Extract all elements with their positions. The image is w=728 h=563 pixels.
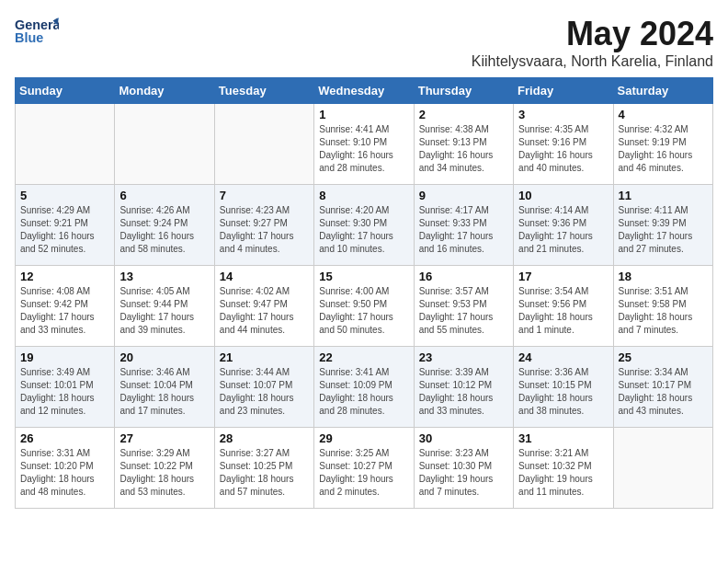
calendar-day-11: 11Sunrise: 4:11 AMSunset: 9:39 PMDayligh… [613,185,712,266]
day-info: Sunrise: 3:39 AMSunset: 10:12 PMDaylight… [419,366,508,418]
date-number: 10 [518,189,608,202]
calendar-week-3: 12Sunrise: 4:08 AMSunset: 9:42 PMDayligh… [16,266,713,347]
date-number: 26 [20,431,109,445]
calendar-day-4: 4Sunrise: 4:32 AMSunset: 9:19 PMDaylight… [613,104,712,185]
date-number: 6 [119,189,209,202]
calendar-day-1: 1Sunrise: 4:41 AMSunset: 9:10 PMDaylight… [314,104,414,185]
day-info: Sunrise: 3:54 AMSunset: 9:56 PMDaylight:… [518,285,608,337]
calendar-week-2: 5Sunrise: 4:29 AMSunset: 9:21 PMDaylight… [16,185,713,266]
svg-text:Blue: Blue [15,30,43,45]
day-info: Sunrise: 3:29 AMSunset: 10:22 PMDaylight… [119,447,209,499]
calendar-day-3: 3Sunrise: 4:35 AMSunset: 9:16 PMDaylight… [514,104,613,185]
calendar-day-22: 22Sunrise: 3:41 AMSunset: 10:09 PMDaylig… [314,347,414,428]
logo-icon: General Blue [15,15,59,48]
day-info: Sunrise: 3:46 AMSunset: 10:04 PMDaylight… [119,366,209,418]
day-info: Sunrise: 3:25 AMSunset: 10:27 PMDaylight… [319,447,408,499]
day-info: Sunrise: 3:31 AMSunset: 10:20 PMDaylight… [20,447,109,499]
calendar-day-7: 7Sunrise: 4:23 AMSunset: 9:27 PMDaylight… [214,185,313,266]
day-header-friday: Friday [514,78,613,104]
day-info: Sunrise: 4:23 AMSunset: 9:27 PMDaylight:… [220,204,309,256]
svg-text:General: General [15,17,59,32]
calendar-day-31: 31Sunrise: 3:21 AMSunset: 10:32 PMDaylig… [514,428,613,509]
date-number: 22 [319,350,408,364]
day-info: Sunrise: 4:32 AMSunset: 9:19 PMDaylight:… [619,123,708,175]
day-info: Sunrise: 3:34 AMSunset: 10:17 PMDaylight… [619,366,708,418]
calendar-day-29: 29Sunrise: 3:25 AMSunset: 10:27 PMDaylig… [314,428,414,509]
calendar-day-5: 5Sunrise: 4:29 AMSunset: 9:21 PMDaylight… [16,185,115,266]
day-info: Sunrise: 3:49 AMSunset: 10:01 PMDaylight… [20,366,109,418]
logo: General Blue [15,15,59,48]
day-header-sunday: Sunday [16,78,115,104]
calendar-empty-cell [613,428,712,509]
calendar-day-6: 6Sunrise: 4:26 AMSunset: 9:24 PMDaylight… [115,185,214,266]
day-info: Sunrise: 4:02 AMSunset: 9:47 PMDaylight:… [220,285,309,337]
calendar-table: SundayMondayTuesdayWednesdayThursdayFrid… [15,77,713,509]
date-number: 14 [220,270,309,283]
calendar-day-13: 13Sunrise: 4:05 AMSunset: 9:44 PMDayligh… [115,266,214,347]
day-info: Sunrise: 4:35 AMSunset: 9:16 PMDaylight:… [518,123,608,175]
main-title: May 2024 [472,15,713,53]
day-info: Sunrise: 4:08 AMSunset: 9:42 PMDaylight:… [20,285,109,337]
day-info: Sunrise: 3:57 AMSunset: 9:53 PMDaylight:… [419,285,508,337]
calendar-day-16: 16Sunrise: 3:57 AMSunset: 9:53 PMDayligh… [414,266,513,347]
day-info: Sunrise: 4:38 AMSunset: 9:13 PMDaylight:… [419,123,508,175]
calendar-empty-cell [16,104,115,185]
date-number: 4 [619,108,708,121]
day-info: Sunrise: 4:20 AMSunset: 9:30 PMDaylight:… [319,204,408,256]
calendar-day-20: 20Sunrise: 3:46 AMSunset: 10:04 PMDaylig… [115,347,214,428]
title-section: May 2024 Kiihtelysvaara, North Karelia, … [472,15,713,70]
calendar-day-24: 24Sunrise: 3:36 AMSunset: 10:15 PMDaylig… [514,347,613,428]
date-number: 20 [119,350,209,364]
calendar-day-15: 15Sunrise: 4:00 AMSunset: 9:50 PMDayligh… [314,266,414,347]
date-number: 13 [119,270,209,283]
calendar-day-14: 14Sunrise: 4:02 AMSunset: 9:47 PMDayligh… [214,266,313,347]
date-number: 12 [20,270,109,283]
day-info: Sunrise: 3:44 AMSunset: 10:07 PMDaylight… [220,366,309,418]
day-info: Sunrise: 3:21 AMSunset: 10:32 PMDaylight… [518,447,608,499]
page-header: General Blue May 2024 Kiihtelysvaara, No… [15,15,713,70]
calendar-day-10: 10Sunrise: 4:14 AMSunset: 9:36 PMDayligh… [514,185,613,266]
calendar-day-30: 30Sunrise: 3:23 AMSunset: 10:30 PMDaylig… [414,428,513,509]
day-header-monday: Monday [115,78,214,104]
date-number: 8 [319,189,408,202]
calendar-day-27: 27Sunrise: 3:29 AMSunset: 10:22 PMDaylig… [115,428,214,509]
day-info: Sunrise: 3:36 AMSunset: 10:15 PMDaylight… [518,366,608,418]
date-number: 7 [220,189,309,202]
calendar-day-23: 23Sunrise: 3:39 AMSunset: 10:12 PMDaylig… [414,347,513,428]
day-header-thursday: Thursday [414,78,513,104]
calendar-day-2: 2Sunrise: 4:38 AMSunset: 9:13 PMDaylight… [414,104,513,185]
calendar-day-17: 17Sunrise: 3:54 AMSunset: 9:56 PMDayligh… [514,266,613,347]
calendar-day-18: 18Sunrise: 3:51 AMSunset: 9:58 PMDayligh… [613,266,712,347]
header-row: SundayMondayTuesdayWednesdayThursdayFrid… [16,78,713,104]
date-number: 28 [220,431,309,445]
calendar-week-1: 1Sunrise: 4:41 AMSunset: 9:10 PMDaylight… [16,104,713,185]
day-header-saturday: Saturday [613,78,712,104]
day-info: Sunrise: 4:17 AMSunset: 9:33 PMDaylight:… [419,204,508,256]
day-info: Sunrise: 3:27 AMSunset: 10:25 PMDaylight… [220,447,309,499]
calendar-day-9: 9Sunrise: 4:17 AMSunset: 9:33 PMDaylight… [414,185,513,266]
date-number: 27 [119,431,209,445]
calendar-day-12: 12Sunrise: 4:08 AMSunset: 9:42 PMDayligh… [16,266,115,347]
date-number: 23 [419,350,508,364]
day-info: Sunrise: 4:29 AMSunset: 9:21 PMDaylight:… [20,204,109,256]
date-number: 11 [619,189,708,202]
day-info: Sunrise: 3:23 AMSunset: 10:30 PMDaylight… [419,447,508,499]
calendar-day-28: 28Sunrise: 3:27 AMSunset: 10:25 PMDaylig… [214,428,313,509]
date-number: 24 [518,350,608,364]
date-number: 3 [518,108,608,121]
date-number: 30 [419,431,508,445]
date-number: 31 [518,431,608,445]
date-number: 29 [319,431,408,445]
day-info: Sunrise: 4:26 AMSunset: 9:24 PMDaylight:… [119,204,209,256]
calendar-empty-cell [115,104,214,185]
date-number: 19 [20,350,109,364]
calendar-week-5: 26Sunrise: 3:31 AMSunset: 10:20 PMDaylig… [16,428,713,509]
date-number: 25 [619,350,708,364]
date-number: 1 [319,108,408,121]
calendar-week-4: 19Sunrise: 3:49 AMSunset: 10:01 PMDaylig… [16,347,713,428]
calendar-day-25: 25Sunrise: 3:34 AMSunset: 10:17 PMDaylig… [613,347,712,428]
subtitle: Kiihtelysvaara, North Karelia, Finland [472,53,713,70]
day-info: Sunrise: 4:41 AMSunset: 9:10 PMDaylight:… [319,123,408,175]
date-number: 15 [319,270,408,283]
day-info: Sunrise: 4:05 AMSunset: 9:44 PMDaylight:… [119,285,209,337]
